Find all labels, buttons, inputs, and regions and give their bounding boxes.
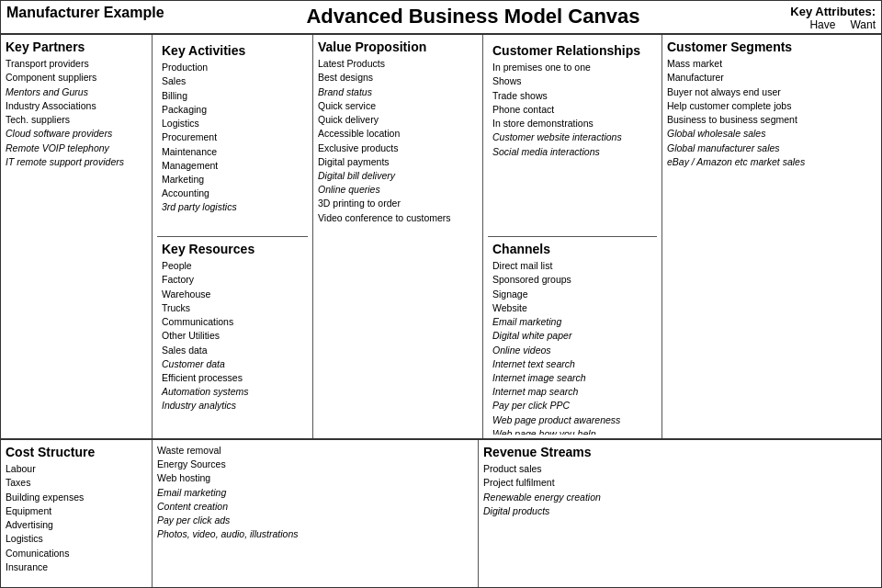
revenue-streams-col: Revenue Streams Product salesProject ful… (479, 440, 881, 587)
list-item: eBay / Amazon etc market sales (667, 155, 876, 169)
list-item: Advertising (6, 518, 147, 532)
list-item: Logistics (162, 117, 303, 130)
key-partners-col: Key Partners Transport providersComponen… (1, 35, 153, 438)
list-item: Video conference to customers (318, 211, 478, 225)
list-item: Sales (162, 74, 303, 88)
top-section: Key Partners Transport providersComponen… (1, 35, 881, 440)
customer-segments-title: Customer Segments (667, 39, 876, 55)
list-item: Help customer complete jobs (667, 99, 876, 113)
list-item: Internet map search (492, 385, 652, 399)
list-item: Digital white paper (492, 329, 652, 343)
list-item: Mass market (667, 57, 876, 71)
list-item: Remote VOIP telephony (6, 141, 147, 155)
list-item: Trade shows (492, 89, 652, 103)
manufacturer-title: Manufacturer Example (6, 5, 190, 21)
list-item: Best designs (318, 71, 478, 85)
list-item: Industry Associations (6, 99, 147, 113)
list-item: Brand status (318, 85, 478, 99)
key-partners-title: Key Partners (6, 39, 147, 55)
list-item: Web hosting (157, 471, 473, 485)
key-activities-items: ProductionSalesBillingPackagingLogistics… (162, 61, 303, 214)
value-prop-col: Value Proposition Latest ProductsBest de… (313, 35, 483, 438)
main-title: Advanced Business Model Canvas (190, 5, 756, 28)
list-item: Renewable energy creation (483, 491, 876, 504)
revenue-items: Product salesProject fulfilmentRenewable… (483, 462, 876, 518)
list-item: Internet image search (492, 371, 652, 385)
list-item: Web page product awareness (492, 413, 652, 427)
list-item: Signage (492, 288, 652, 301)
list-item: Exclusive products (318, 141, 478, 155)
list-item: Waste removal (157, 444, 473, 458)
list-item: Taxes (6, 476, 147, 490)
list-item: Accounting (162, 187, 303, 200)
value-prop-title: Value Proposition (318, 39, 478, 55)
list-item: Insurance (6, 560, 147, 574)
list-item: Pay per click PPC (492, 399, 652, 413)
list-item: Internet text search (492, 357, 652, 371)
list-item: Sponsored groups (492, 273, 652, 287)
list-item: Customer data (162, 357, 303, 371)
list-item: Pay per click ads (157, 514, 473, 527)
list-item: Factory (162, 273, 303, 287)
cost-left-items: LabourTaxesBuilding expensesEquipmentAdv… (6, 462, 147, 574)
key-attrs-label: Key Attributes: (756, 5, 876, 18)
list-item: Email marketing (157, 486, 473, 500)
list-item: Quick service (318, 99, 478, 113)
list-item: Automation systems (162, 385, 303, 399)
list-item: Web page how you help (492, 427, 652, 435)
key-attributes-section: Key Attributes: Have Want (756, 5, 876, 31)
list-item: Industry analytics (162, 399, 303, 413)
cost-structure-left: Cost Structure LabourTaxesBuilding expen… (1, 440, 153, 587)
list-item: Comunications (6, 547, 147, 560)
list-item: Sales data (162, 344, 303, 357)
have-label: Have (809, 18, 835, 31)
list-item: Procurement (162, 130, 303, 144)
key-activities-title: Key Activities (162, 42, 303, 59)
list-item: Equipment (6, 504, 147, 518)
cost-right-items: Waste removalEnergy SourcesWeb hostingEm… (157, 444, 473, 542)
list-item: Mentors and Gurus (6, 85, 147, 99)
list-item: Project fulfilment (483, 476, 876, 490)
list-item: Production (162, 61, 303, 74)
list-item: Online queries (318, 183, 478, 197)
list-item: Direct mail list (492, 259, 652, 273)
list-item: Quick delivery (318, 113, 478, 127)
customer-segments-items: Mass marketManufacturerBuyer not always … (667, 57, 876, 169)
list-item: Energy Sources (157, 458, 473, 471)
list-item: In premises one to one (492, 61, 652, 74)
list-item: 3rd party logistics (162, 200, 303, 214)
value-prop-items: Latest ProductsBest designsBrand statusQ… (318, 57, 478, 225)
list-item: Maintenance (162, 145, 303, 159)
list-item: Buyer not always end user (667, 85, 876, 99)
list-item: Digital products (483, 504, 876, 518)
list-item: Component suppliers (6, 71, 147, 85)
list-item: Billing (162, 89, 303, 103)
list-item: Customer website interactions (492, 130, 652, 144)
customer-relationships-cell: Customer Relationships In premises one t… (488, 39, 657, 237)
key-resources-items: PeopleFactoryWarehouseTrucksCommunicatio… (162, 259, 303, 413)
want-label: Want (850, 18, 876, 31)
list-item: IT remote support providers (6, 155, 147, 169)
header: Manufacturer Example Advanced Business M… (1, 1, 881, 35)
channels-items: Direct mail listSponsored groupsSignageW… (492, 259, 652, 435)
list-item: People (162, 259, 303, 273)
list-item: Labour (6, 462, 147, 476)
list-item: Building expenses (6, 491, 147, 504)
customer-rel-items: In premises one to oneShowsTrade showsPh… (492, 61, 652, 159)
list-item: Photos, video, audio, illustrations (157, 527, 473, 541)
list-item: Trucks (162, 301, 303, 315)
list-item: Cloud software providers (6, 127, 147, 141)
list-item: Manufacturer (667, 71, 876, 85)
key-activities-resources-col: Key Activities ProductionSalesBillingPac… (153, 35, 313, 438)
list-item: Website (492, 301, 652, 315)
list-item: Global manufacturer sales (667, 141, 876, 155)
revenue-streams-title: Revenue Streams (483, 444, 876, 460)
channels-cell: Channels Direct mail listSponsored group… (488, 237, 657, 435)
list-item: Latest Products (318, 57, 478, 71)
list-item: Business to business segment (667, 113, 876, 127)
list-item: Product sales (483, 462, 876, 476)
list-item: Email marketing (492, 315, 652, 329)
cost-structure-title: Cost Structure (6, 444, 147, 460)
list-item: Global wholesale sales (667, 127, 876, 141)
customer-segments-col: Customer Segments Mass marketManufacture… (662, 35, 881, 438)
